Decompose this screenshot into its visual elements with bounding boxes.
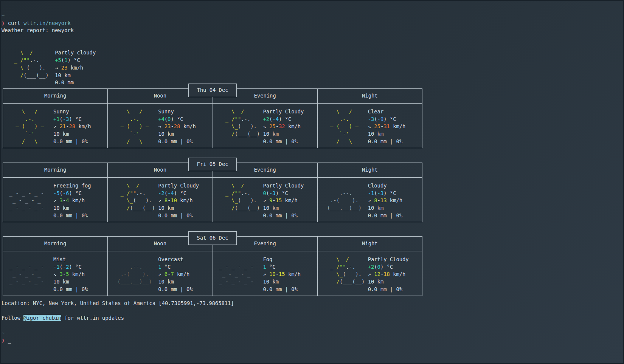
cloud-icon: (___(__) <box>235 131 263 137</box>
cloudGray-icon: .--. <box>318 190 368 196</box>
sun-icon: / <box>318 279 340 285</box>
terminal-top-line-7: _ /"".-. +5(1) °C <box>2 57 96 64</box>
sun-icon: \_ <box>2 65 26 71</box>
terminal-top-line-3: Weather report: newyork <box>2 27 96 34</box>
precipitation-line: / \ 0.0 mm | 0% <box>318 138 422 146</box>
wind-line: .-( ). ↗ 6-7 km/h <box>108 271 212 278</box>
visibility-line: /(___(__) 10 km <box>108 204 212 212</box>
cloud-icon: .-. <box>346 264 368 270</box>
sun-icon: ‒ ( ) ‒ <box>108 123 158 129</box>
visibility-line: /(___(__) 10 km <box>318 278 422 286</box>
date-label: Thu 04 Dec <box>197 87 228 94</box>
wind-line: _ - _ - _ ↗ 3-4 km/h <box>3 197 107 204</box>
forecast-cell-evening: \ / Partly Cloudy _ /"".-. 0(-3) °C \_( … <box>213 178 318 222</box>
sun-icon: / \ <box>108 138 158 144</box>
temperature-line: _ /"".-. +2(-4) °C <box>213 116 317 123</box>
forecast-cell-noon: Overcast .--. 1 °C .-( ). ↗ 6-7 km/h (__… <box>108 251 213 296</box>
column-header-morning: Morning <box>3 237 108 251</box>
terminal-output-footer: Location: NYC, New York, United States o… <box>2 300 234 344</box>
sun-icon: / <box>213 131 235 137</box>
precipitation-line: 0.0 mm | 0% <box>213 286 317 293</box>
column-header-morning: Morning <box>3 163 108 177</box>
column-header-label: Evening <box>254 240 276 248</box>
forecast-cell-noon: \ / Partly Cloudy _ /"".-. -2(-4) °C \_(… <box>108 178 213 222</box>
precipitation-line: 0.0 mm | 0% <box>3 286 107 293</box>
sun-icon: .-. <box>3 116 53 122</box>
visibility-line: _ - _ - _ - 10 km <box>3 278 107 286</box>
fog-icon: _ - _ - _ - <box>3 264 53 270</box>
terminal-footer-line-2 <box>2 307 234 315</box>
cloudGray-icon: .-( ). <box>318 197 368 203</box>
condition-line: Overcast <box>108 256 212 263</box>
column-header-label: Noon <box>154 166 166 174</box>
terminal-top-line-2[interactable]: ❯ curl wttr.in/newyork <box>2 20 96 27</box>
wind-line: ‒ ( ) ‒ ↘ 25-31 km/h <box>318 123 422 130</box>
column-header-morning: Morning <box>3 89 108 103</box>
wind-line: \_( ). ↘ 25-32 km/h <box>213 123 317 130</box>
visibility-line: _ - _ - _ - 10 km <box>3 204 107 212</box>
visibility-line: `-' 10 km <box>318 130 422 138</box>
cloudGray-icon <box>318 212 368 218</box>
sun-icon: _ /"" <box>213 116 241 122</box>
terminal-footer-line-6[interactable]: ❯ _ <box>2 337 234 344</box>
body-row: Freezing fog _ - _ - _ - -5(-6) °C _ - _… <box>3 178 422 222</box>
temperature-line: _ - _ - _ - -5(-6) °C <box>3 190 107 197</box>
terminal-footer-line-1: Location: NYC, New York, United States o… <box>2 300 234 307</box>
sun-icon: \ / <box>108 183 158 189</box>
condition-line: \ / Partly Cloudy <box>108 182 212 190</box>
column-header-label: Noon <box>154 92 166 100</box>
terminal-window[interactable]: ~❯ curl wttr.in/newyorkWeather report: n… <box>0 0 624 364</box>
column-header-label: Noon <box>154 240 166 248</box>
column-header-label: Night <box>362 92 378 100</box>
wind-line: \_( ). ↗ 8-10 km/h <box>108 197 212 204</box>
temperature-line: .-. +4(0) °C <box>108 116 212 123</box>
visibility-line: (___.__)__) 10 km <box>318 204 422 212</box>
condition-line: \ / Partly Cloudy <box>318 256 422 263</box>
sun-icon: / <box>2 72 23 78</box>
fog-icon <box>213 286 263 292</box>
terminal-top-line-6: \ / Partly cloudy <box>2 49 96 57</box>
condition-line: \ / Partly Cloudy <box>213 108 317 116</box>
forecast-cell-night: \ / Clear .-. -3(-9) °C ‒ ( ) ‒ ↘ 25-31 … <box>318 104 422 148</box>
wind-line: \_( ). ↗ 9-15 km/h <box>213 197 317 204</box>
sun-icon: _ /"" <box>318 264 346 270</box>
forecast-cell-evening: \ / Partly Cloudy _ /"".-. +2(-4) °C \_(… <box>213 104 318 148</box>
fog-icon: _ - _ - _ <box>3 197 53 203</box>
visibility-line: _ - _ - _ - 10 km <box>213 278 317 286</box>
fog-icon <box>3 256 53 262</box>
sun-icon: _ /"" <box>213 190 241 196</box>
sun-icon: ‒ ( ) ‒ <box>318 123 368 129</box>
body-row: \ / Sunny .-. +1(-3) °C ‒ ( ) ‒ ↗ 21-28 … <box>3 104 422 148</box>
overcast-icon: .--. <box>108 264 158 270</box>
cloud-icon: ( ). <box>238 123 263 129</box>
visibility-line: /(___(__) 10 km <box>213 130 317 138</box>
forecast-table-sat-06-dec: MorningNoonEveningNight Mist _ - _ - _ -… <box>3 236 422 296</box>
sun-icon: / <box>213 205 235 211</box>
wind-line: .-( ). ↗ 8-13 km/h <box>318 197 422 204</box>
sun-icon: \ / <box>213 183 263 189</box>
terminal-top-line-9: /(___(__) 10 km <box>2 72 96 79</box>
sun-icon: / <box>108 205 130 211</box>
temperature-line: .--. 1 °C <box>108 263 212 271</box>
fog-icon: _ - _ - _ <box>213 271 263 277</box>
column-header-label: Evening <box>254 166 276 174</box>
cloudGray-icon <box>318 183 368 189</box>
column-header-label: Morning <box>44 166 66 174</box>
wind-line: ‒ ( ) ‒ ↗ 21-28 km/h <box>3 123 107 130</box>
forecast-cell-morning: Freezing fog _ - _ - _ - -5(-6) °C _ - _… <box>3 178 108 222</box>
fog-icon: _ - _ - _ <box>3 271 53 277</box>
precipitation-line: 0.0 mm | 0% <box>108 286 212 293</box>
overcast-icon: .-( ). <box>108 271 158 277</box>
column-header-label: Night <box>362 166 378 174</box>
sun-icon: .-. <box>318 116 368 122</box>
cloudGray-icon: (___.__)__) <box>318 205 368 211</box>
fog-icon: _ - _ - _ - <box>3 279 53 285</box>
cloud-icon: ( ). <box>343 271 368 277</box>
cloud-icon: .-. <box>30 57 55 63</box>
overcast-icon: (___.__)__) <box>108 279 158 285</box>
temperature-line: _ /"".-. 0(-3) °C <box>213 190 317 197</box>
date-label: Fri 05 Dec <box>197 161 228 168</box>
column-header-label: Night <box>362 240 378 248</box>
sun-icon: \ / <box>108 108 158 115</box>
forecast-cell-morning: \ / Sunny .-. +1(-3) °C ‒ ( ) ‒ ↗ 21-28 … <box>3 104 108 148</box>
